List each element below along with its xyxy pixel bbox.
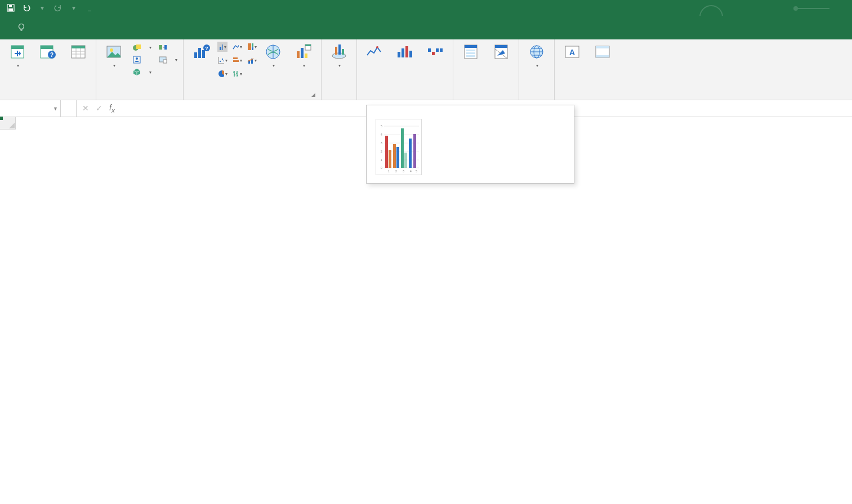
line-chart-button[interactable]: ▾ [232, 42, 242, 52]
svg-rect-83 [389, 150, 391, 168]
icons-button[interactable] [130, 54, 154, 65]
sparkline-line-button[interactable] [360, 42, 389, 63]
screenshot-icon [158, 55, 167, 64]
3d-models-icon [132, 68, 141, 77]
group-label-tours [325, 96, 353, 100]
scatter-chart-button[interactable]: ▾ [217, 55, 228, 65]
group-label-tables [3, 96, 92, 100]
svg-rect-29 [220, 47, 221, 50]
bar-chart-button[interactable]: ▾ [232, 55, 242, 65]
recommended-pivottables-button[interactable]: ? [34, 42, 62, 63]
enter-formula-icon[interactable]: ✓ [96, 104, 102, 113]
svg-text:0: 0 [381, 166, 382, 170]
pivottable-icon [8, 43, 26, 61]
svg-point-4 [793, 6, 798, 11]
svg-text:4: 4 [381, 133, 382, 136]
undo-icon[interactable] [21, 3, 32, 13]
svg-rect-51 [338, 44, 341, 55]
pivottable-button[interactable]: ▾ [3, 42, 32, 69]
header-footer-button[interactable] [588, 42, 617, 63]
treemap-chart-button[interactable]: ▾ [247, 42, 257, 52]
svg-rect-50 [335, 47, 337, 55]
name-box[interactable]: ▼ [0, 100, 61, 117]
slicer-button[interactable] [457, 42, 485, 63]
svg-rect-44 [297, 51, 300, 58]
3d-map-button[interactable]: ▾ [325, 42, 353, 69]
group-label-sparklines [360, 96, 449, 100]
stock-chart-button[interactable]: ▾ [232, 69, 242, 79]
svg-rect-23 [163, 60, 167, 63]
svg-text:1: 1 [381, 158, 382, 162]
save-icon[interactable] [6, 3, 16, 13]
svg-rect-13 [72, 46, 85, 48]
combo-chart-button[interactable]: ▾ [247, 55, 257, 65]
svg-rect-39 [233, 60, 239, 62]
svg-rect-61 [440, 48, 443, 52]
svg-rect-57 [409, 51, 412, 57]
recommended-charts-icon: ? [192, 43, 210, 61]
ribbon-group-charts: ? ▾ ▾ ▾ ▾ ▾ ▾ ▾ ▾ [184, 39, 322, 100]
svg-rect-17 [136, 44, 141, 49]
redo-dropdown-icon[interactable]: ▾ [69, 3, 79, 13]
column-chart-tooltip: 543210 12345 [366, 105, 574, 184]
select-all-corner[interactable] [0, 117, 16, 130]
name-box-dropdown-icon[interactable]: ▼ [53, 106, 58, 111]
ribbon-group-links: ▾ [519, 39, 555, 100]
svg-rect-59 [432, 52, 435, 55]
pictures-button[interactable]: ▾ [100, 42, 128, 69]
undo-dropdown-icon[interactable]: ▾ [37, 3, 47, 13]
redo-icon[interactable] [53, 3, 63, 13]
quick-access-toolbar: ▾ ▾ ⎯ [0, 3, 95, 13]
timeline-button[interactable] [487, 42, 515, 63]
svg-point-19 [136, 57, 138, 60]
pivotchart-button[interactable]: ▾ [289, 42, 318, 69]
group-label-links [523, 96, 551, 100]
shapes-button[interactable]: ▾ [130, 42, 154, 53]
column-chart-button[interactable]: ▾ [217, 42, 228, 52]
table-button[interactable] [64, 42, 92, 63]
ribbon-tabs [0, 16, 852, 39]
svg-rect-56 [405, 46, 408, 57]
svg-rect-26 [202, 50, 205, 58]
svg-rect-30 [222, 44, 223, 50]
svg-rect-66 [466, 55, 475, 57]
maps-button[interactable]: ▾ [259, 42, 287, 69]
fx-icon[interactable]: fx [109, 103, 115, 114]
sparkline-line-icon [365, 43, 383, 61]
svg-rect-63 [465, 45, 477, 48]
link-button[interactable]: ▾ [523, 42, 551, 69]
svg-rect-21 [164, 45, 167, 50]
svg-rect-45 [301, 48, 304, 58]
svg-text:2: 2 [395, 170, 397, 173]
qat-customize-icon[interactable]: ⎯ [84, 3, 95, 13]
pictures-icon [105, 43, 123, 61]
timeline-icon [492, 43, 510, 61]
cancel-formula-icon[interactable]: ✕ [82, 104, 89, 113]
sparkline-column-button[interactable] [391, 42, 419, 63]
svg-rect-24 [194, 52, 197, 58]
ribbon: ▾ ? ▾ ▾ ▾ ▾ [0, 39, 852, 100]
tell-me-search[interactable] [17, 23, 30, 33]
svg-rect-2 [9, 5, 12, 7]
titlebar: ▾ ▾ ⎯ [0, 0, 852, 16]
svg-rect-89 [413, 134, 416, 168]
textbox-button[interactable]: A [558, 42, 586, 63]
svg-rect-74 [596, 46, 609, 48]
svg-text:5: 5 [381, 124, 382, 128]
group-label-filters [457, 96, 515, 100]
header-footer-icon [594, 43, 612, 61]
recommended-charts-button[interactable]: ? [187, 42, 215, 63]
smartart-button[interactable] [156, 42, 180, 53]
spreadsheet-grid[interactable]: 543210 12345 [0, 117, 852, 504]
svg-rect-9 [41, 46, 53, 49]
svg-rect-88 [409, 139, 412, 168]
pie-chart-button[interactable]: ▾ [217, 69, 228, 79]
slicer-icon [462, 43, 480, 61]
charts-dialog-launcher[interactable]: ◢ [310, 92, 316, 99]
maps-icon [264, 43, 282, 61]
sparkline-winloss-button[interactable] [421, 42, 449, 63]
svg-point-15 [110, 48, 113, 52]
svg-rect-7 [11, 46, 24, 49]
3d-models-button[interactable]: ▾ [130, 66, 154, 78]
screenshot-button[interactable]: ▾ [156, 54, 180, 65]
